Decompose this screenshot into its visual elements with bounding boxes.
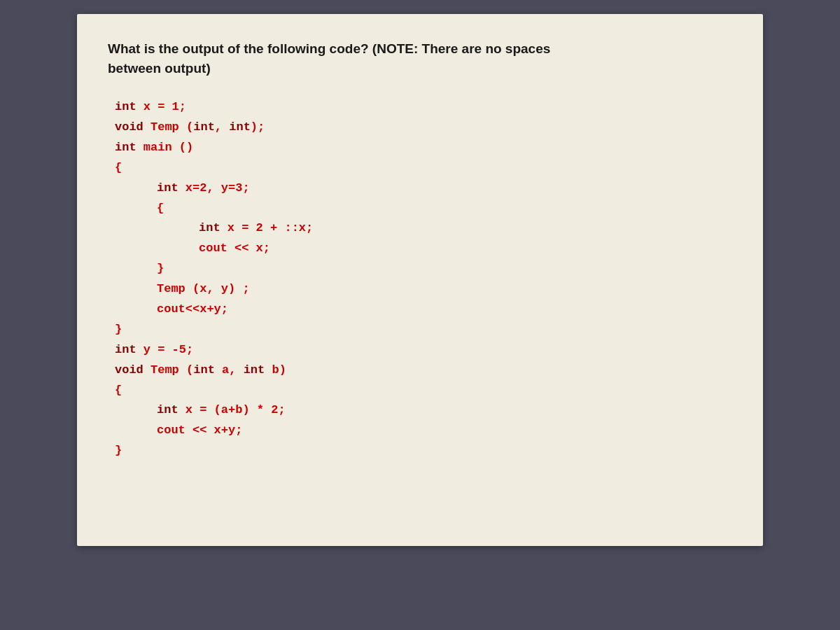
code-line-14: void Temp (int a, int b) [115,360,732,381]
question-line1: What is the output of the following code… [108,41,550,56]
code-line-11: cout<<x+y; [115,300,732,320]
code-line-10: Temp (x, y) ; [115,279,732,300]
code-line-6: { [115,199,732,219]
question-line2: between output) [108,61,211,76]
keyword-void-2: void [115,363,144,377]
keyword-int-10: int [157,403,178,416]
code-line-2: void Temp (int, int); [115,118,732,138]
keyword-int-3: int [229,120,251,134]
code-text-1: x = 1; [144,100,186,113]
code-line-8: cout << x; [115,239,732,259]
keyword-int-9: int [244,363,265,377]
keyword-int-6: int [199,221,220,234]
code-line-1: int x = 1; [115,97,732,118]
code-line-3: int main () [115,138,732,158]
code-line-13: int y = -5; [115,340,732,360]
keyword-int-7: int [115,343,136,356]
code-line-15: { [115,381,732,401]
keyword-void-1: void [115,120,144,134]
code-line-17: cout << x+y; [115,421,732,441]
keyword-int-5: int [157,181,178,195]
question-text: What is the output of the following code… [108,39,732,78]
question-card: What is the output of the following code… [77,14,763,546]
code-text-2: Temp ( [150,120,193,134]
code-line-7: int x = 2 + ::x; [115,218,732,239]
code-line-4: { [115,158,732,178]
keyword-int-8: int [193,363,215,377]
code-block: int x = 1; void Temp (int, int); int mai… [108,97,732,461]
code-line-18: } [115,441,732,461]
code-line-5: int x=2, y=3; [115,178,732,199]
code-line-16: int x = (a+b) * 2; [115,400,732,421]
keyword-int-4: int [115,141,136,154]
keyword-int-1: int [115,100,136,113]
code-line-9: } [115,259,732,279]
keyword-int-2: int [193,120,215,134]
code-line-12: } [115,320,732,340]
